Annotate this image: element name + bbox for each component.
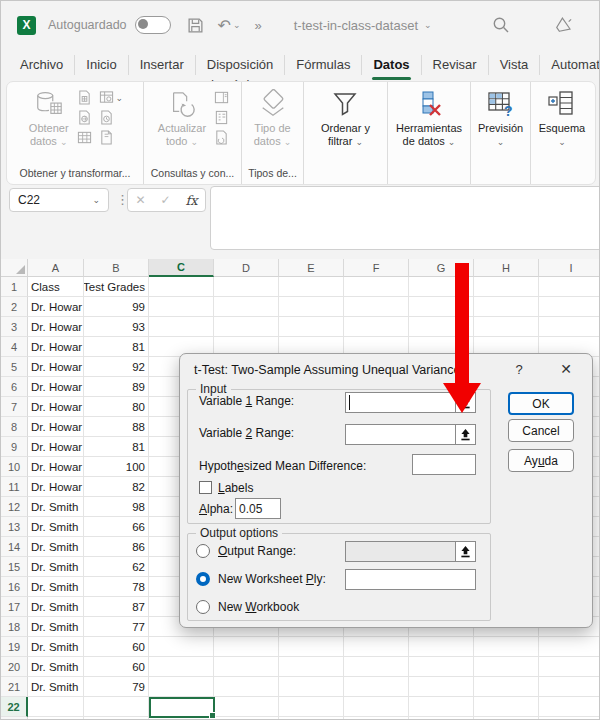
cell[interactable]: 93 (84, 317, 149, 337)
cell[interactable] (474, 677, 539, 697)
cell[interactable]: Dr. Smith (28, 557, 84, 577)
column-header[interactable]: A (28, 259, 84, 277)
new-workbook-label[interactable]: New Workbook (218, 600, 299, 614)
cell[interactable] (474, 297, 539, 317)
name-box[interactable]: C22 ⌄ (9, 188, 109, 212)
cell[interactable] (279, 657, 344, 677)
cell[interactable] (539, 317, 600, 337)
column-header[interactable]: B (84, 259, 149, 277)
cell[interactable]: 66 (84, 517, 149, 537)
column-header[interactable]: E (279, 259, 344, 277)
row-header[interactable]: 13 (1, 517, 28, 537)
cell[interactable] (149, 677, 214, 697)
insert-function-icon[interactable]: fx (185, 193, 197, 208)
cell[interactable]: Dr. Howar (28, 437, 84, 457)
column-header[interactable]: I (539, 259, 600, 277)
save-icon[interactable] (187, 17, 204, 34)
cell[interactable]: 86 (84, 537, 149, 557)
help-button[interactable]: Ayuda (508, 449, 574, 472)
tab-disposicion[interactable]: Disposición de página (196, 55, 285, 75)
cell[interactable]: Dr. Smith (28, 577, 84, 597)
cell[interactable]: 77 (84, 617, 149, 637)
labels-checkbox-label[interactable]: Labels (218, 481, 253, 495)
autosave-toggle[interactable] (135, 16, 171, 34)
cell[interactable]: Dr. Smith (28, 517, 84, 537)
cell[interactable]: Dr. Smith (28, 677, 84, 697)
tab-inicio[interactable]: Inicio (75, 55, 128, 75)
cell[interactable] (279, 317, 344, 337)
undo-button[interactable]: ↶⌄ (218, 16, 241, 35)
feedback-megaphone-icon[interactable] (554, 16, 573, 35)
row-header[interactable]: 17 (1, 597, 28, 617)
cell[interactable] (149, 277, 214, 297)
cell[interactable]: 99 (84, 297, 149, 317)
hypothesized-mean-input[interactable] (412, 454, 476, 475)
cell[interactable] (474, 317, 539, 337)
cell[interactable]: Class (28, 277, 84, 297)
cell[interactable]: Dr. Howar (28, 317, 84, 337)
cell[interactable] (474, 697, 539, 717)
row-header[interactable]: 2 (1, 297, 28, 317)
cell[interactable] (344, 657, 409, 677)
cell[interactable] (279, 697, 344, 717)
row-header[interactable]: 7 (1, 397, 28, 417)
data-tools-button[interactable]: Herramientas de datos ⌄ (394, 88, 464, 148)
data-types-button[interactable]: Tipo de datos ⌄ (252, 88, 294, 148)
tab-automatizar[interactable]: Automatizar (540, 55, 600, 75)
cell[interactable] (344, 297, 409, 317)
tab-datos[interactable]: Datos (362, 55, 421, 75)
get-data-button[interactable]: Obtener datos ⌄ (27, 88, 71, 148)
cell[interactable] (344, 697, 409, 717)
row-header[interactable]: 6 (1, 377, 28, 397)
row-header[interactable]: 22 (1, 697, 28, 717)
cell[interactable]: 98 (84, 497, 149, 517)
cell[interactable] (539, 697, 600, 717)
row-header[interactable]: 21 (1, 677, 28, 697)
row-header[interactable]: 19 (1, 637, 28, 657)
row-header[interactable]: 15 (1, 557, 28, 577)
cell[interactable] (28, 697, 84, 717)
cell[interactable] (344, 677, 409, 697)
sort-filter-button[interactable]: Ordenar y filtrar ⌄ (319, 88, 372, 148)
cell[interactable]: 81 (84, 337, 149, 357)
cell[interactable] (279, 277, 344, 297)
cell[interactable]: 60 (84, 657, 149, 677)
cell[interactable] (214, 697, 279, 717)
cell[interactable] (409, 657, 474, 677)
cell[interactable]: 87 (84, 597, 149, 617)
cell[interactable] (214, 317, 279, 337)
column-header[interactable]: F (344, 259, 409, 277)
variable2-range-picker-button[interactable] (455, 424, 476, 445)
cell[interactable]: Dr. Howar (28, 297, 84, 317)
cell[interactable]: Dr. Smith (28, 617, 84, 637)
cell[interactable]: 92 (84, 357, 149, 377)
doc-refresh-icon[interactable] (214, 130, 229, 145)
column-header[interactable]: H (474, 259, 539, 277)
cell[interactable] (344, 317, 409, 337)
row-header[interactable]: 9 (1, 437, 28, 457)
new-worksheet-radio[interactable] (196, 572, 210, 586)
doc-copy-icon[interactable] (99, 130, 124, 145)
row-header[interactable]: 5 (1, 357, 28, 377)
variable2-range-input[interactable] (345, 424, 456, 445)
cell[interactable]: Dr. Smith (28, 637, 84, 657)
cell[interactable]: Test Grades (84, 277, 149, 297)
cell[interactable]: Dr. Smith (28, 537, 84, 557)
cell[interactable]: 88 (84, 417, 149, 437)
cell[interactable] (409, 697, 474, 717)
list-box-icon[interactable] (214, 110, 229, 125)
variable1-range-input[interactable] (345, 392, 456, 413)
cell[interactable] (344, 637, 409, 657)
fill-handle[interactable] (209, 712, 216, 719)
cell[interactable] (279, 677, 344, 697)
cell[interactable]: Dr. Smith (28, 657, 84, 677)
row-header[interactable]: 11 (1, 477, 28, 497)
cell[interactable] (214, 657, 279, 677)
cell[interactable] (149, 657, 214, 677)
cell[interactable]: Dr. Smith (28, 597, 84, 617)
cell[interactable] (539, 657, 600, 677)
tab-archivo[interactable]: Archivo (9, 55, 75, 75)
refresh-all-button[interactable]: Actualizar todo ⌄ (156, 88, 208, 148)
cell[interactable]: 62 (84, 557, 149, 577)
cell[interactable]: Dr. Smith (28, 497, 84, 517)
